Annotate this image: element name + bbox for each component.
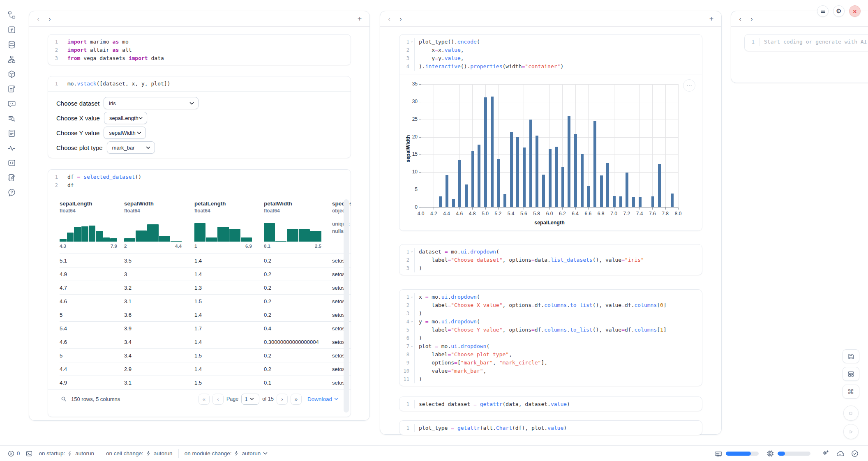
save-button[interactable] bbox=[843, 349, 859, 363]
table-cell: 5.1 bbox=[60, 254, 124, 267]
table-row[interactable]: 4.63.41.40.30000000000000004setosa bbox=[60, 335, 351, 349]
save-icon bbox=[847, 353, 855, 360]
table-row[interactable]: 4.93.11.50.1setosa bbox=[60, 376, 351, 390]
scratchpad-icon[interactable] bbox=[4, 170, 19, 185]
cell-plot-type: 1›plot_type = getattr(alt.Chart(df), plo… bbox=[399, 420, 702, 435]
close-button[interactable]: × bbox=[849, 5, 861, 17]
stop-button[interactable] bbox=[843, 406, 859, 421]
packages-icon[interactable] bbox=[4, 67, 19, 81]
last-page-button[interactable]: » bbox=[291, 394, 302, 405]
y-tick-label: 35 bbox=[404, 81, 418, 87]
layout-button[interactable] bbox=[843, 367, 859, 381]
runtime-config: on startup:autorunon cell change:autorun… bbox=[39, 449, 268, 458]
ai-assist-button[interactable] bbox=[821, 449, 829, 458]
next-page-button[interactable]: › bbox=[277, 394, 288, 405]
dependency-graph-icon[interactable] bbox=[4, 52, 19, 67]
line-number: 5 bbox=[399, 326, 409, 334]
menu-button[interactable] bbox=[817, 5, 829, 17]
download-button[interactable]: Download bbox=[307, 396, 338, 402]
code-editor[interactable]: 1›mo.vstack([dataset, x, y, plot]) bbox=[48, 76, 351, 91]
logs-icon[interactable] bbox=[4, 81, 19, 96]
snippets-icon[interactable] bbox=[4, 126, 19, 141]
table-scrollbar[interactable] bbox=[344, 199, 349, 413]
add-cell-icon[interactable]: + bbox=[354, 13, 365, 25]
column-header[interactable]: petalWidthfloat640.12.5 bbox=[264, 193, 332, 254]
variables-icon[interactable] bbox=[4, 22, 19, 37]
ai-chat-icon[interactable] bbox=[4, 96, 19, 111]
code-editor[interactable]: 1›import marimo as mo2›import altair as … bbox=[48, 35, 351, 65]
code-editor[interactable]: 1›selected_dataset = getattr(data, datas… bbox=[399, 397, 702, 411]
table-row[interactable]: 5.43.91.70.4setosa bbox=[60, 322, 351, 335]
add-cell-icon[interactable]: + bbox=[706, 13, 717, 25]
dataframe-table-container: sepalLengthfloat644.37.9sepalWidthfloat6… bbox=[48, 193, 351, 390]
dropdown-select[interactable]: sepalLength bbox=[104, 112, 147, 124]
table-cell: 0.2 bbox=[264, 362, 332, 376]
table-row[interactable]: 4.73.21.30.2setosa bbox=[60, 281, 351, 295]
table-row[interactable]: 4.63.11.50.2setosa bbox=[60, 295, 351, 308]
dropdown-select[interactable]: mark_bar bbox=[107, 141, 155, 154]
dropdown-select[interactable]: iris bbox=[104, 97, 199, 109]
column-header[interactable]: petalLengthfloat6416.9 bbox=[194, 193, 264, 254]
datasources-icon[interactable] bbox=[4, 37, 19, 52]
runtime-mode-on-module-change[interactable]: on module change:autorun bbox=[185, 450, 268, 456]
bar bbox=[639, 197, 642, 207]
run-button[interactable] bbox=[843, 424, 859, 439]
search-icon[interactable] bbox=[60, 396, 67, 402]
code-editor[interactable]: 1 Start coding or generate with AI bbox=[745, 35, 868, 49]
runtime-mode-on-startup[interactable]: on startup:autorun bbox=[39, 450, 94, 456]
bar bbox=[632, 197, 635, 207]
column-prev-icon[interactable]: ‹ bbox=[383, 13, 395, 25]
bar bbox=[561, 167, 564, 207]
fold-toggle-icon[interactable]: › bbox=[408, 319, 416, 324]
column-next-icon[interactable]: › bbox=[44, 13, 55, 25]
fold-toggle-icon[interactable]: › bbox=[408, 39, 416, 44]
table-cell: 4.6 bbox=[60, 335, 124, 349]
connection-status-button[interactable] bbox=[851, 449, 859, 458]
code-editor[interactable]: 1›x = mo.ui.dropdown(2› label="Choose X … bbox=[399, 290, 702, 386]
code-cell-icon[interactable] bbox=[4, 155, 19, 170]
cloud-status-button[interactable] bbox=[836, 449, 844, 458]
prev-page-button[interactable]: ‹ bbox=[212, 394, 224, 405]
tracing-icon[interactable] bbox=[4, 141, 19, 155]
table-row[interactable]: 53.61.40.2setosa bbox=[60, 308, 351, 322]
table-row[interactable]: 4.931.40.2setosa bbox=[60, 267, 351, 281]
chart-plot-area[interactable] bbox=[421, 84, 678, 207]
runtime-mode-on-cell-change[interactable]: on cell change:autorun bbox=[106, 450, 173, 456]
table-row[interactable]: 5.13.51.40.2setosa bbox=[60, 254, 351, 267]
table-row[interactable]: 53.41.50.2setosa bbox=[60, 349, 351, 362]
code-editor[interactable]: 1›plot_type().encode(2› x=x.value,3› y=y… bbox=[399, 35, 702, 74]
column-next-icon[interactable]: › bbox=[395, 13, 406, 25]
settings-button[interactable]: ⚙ bbox=[833, 5, 845, 17]
code-editor[interactable]: 1›dataset = mo.ui.dropdown(2› label="Cho… bbox=[399, 244, 702, 275]
terminal-button[interactable] bbox=[25, 450, 33, 457]
line-number: 9 bbox=[399, 359, 409, 367]
y-tick-label: 15 bbox=[404, 151, 418, 157]
page-select[interactable]: 1 bbox=[241, 394, 259, 405]
documentation-icon[interactable] bbox=[4, 111, 19, 126]
bar bbox=[568, 116, 570, 207]
keyboard-shortcuts-button[interactable]: ⌘ bbox=[843, 385, 859, 399]
fold-toggle-icon[interactable]: › bbox=[408, 344, 416, 349]
first-page-button[interactable]: « bbox=[199, 394, 210, 405]
dropdown-select[interactable]: sepalWidth bbox=[104, 127, 146, 139]
dropdown-value: mark_bar bbox=[112, 145, 146, 151]
table-cell: 0.30000000000000004 bbox=[264, 335, 332, 349]
x-tick-label: 6.2 bbox=[555, 211, 569, 217]
column-prev-icon[interactable]: ‹ bbox=[32, 13, 44, 25]
code-editor[interactable]: 1›df = selected_dataset()2›df bbox=[48, 170, 351, 193]
table-row[interactable]: 4.42.91.40.2setosa bbox=[60, 362, 351, 376]
bar bbox=[574, 134, 577, 207]
column-header[interactable]: sepalWidthfloat6424.4 bbox=[124, 193, 194, 254]
fold-toggle-icon[interactable]: › bbox=[408, 295, 416, 300]
cell-empty: 1 Start coding or generate with AI bbox=[744, 34, 868, 51]
column-next-icon[interactable]: › bbox=[746, 13, 757, 25]
file-explorer-icon[interactable] bbox=[4, 7, 19, 22]
chart-menu-button[interactable] bbox=[683, 79, 695, 92]
help-icon[interactable] bbox=[4, 185, 19, 200]
errors-indicator[interactable]: 0 bbox=[7, 450, 20, 457]
column-header[interactable]: sepalLengthfloat644.37.9 bbox=[60, 193, 124, 254]
code-editor[interactable]: 1›plot_type = getattr(alt.Chart(df), plo… bbox=[399, 421, 702, 435]
column-prev-icon[interactable]: ‹ bbox=[734, 13, 746, 25]
fold-toggle-icon[interactable]: › bbox=[408, 249, 416, 254]
x-tick-label: 4.8 bbox=[465, 211, 479, 217]
